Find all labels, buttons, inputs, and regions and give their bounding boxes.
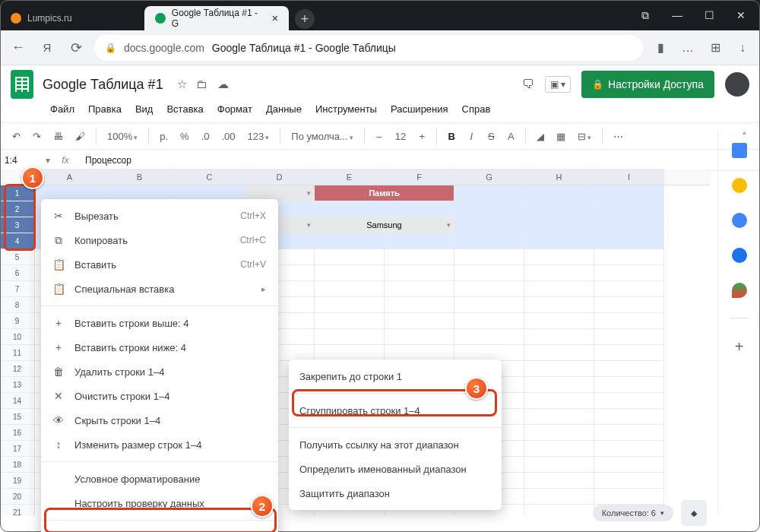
row-header[interactable]: 8 [0,297,35,313]
cell[interactable] [524,473,594,489]
row-header[interactable]: 2 [0,201,35,217]
keep-icon[interactable] [732,178,747,193]
borders-button[interactable]: ▦ [552,128,570,145]
menu-format[interactable]: Формат [211,100,258,118]
cell[interactable] [454,201,524,217]
cell[interactable] [594,249,664,265]
mi-conditional-format[interactable]: Условное форматирование [41,467,278,491]
col-I[interactable]: I [594,169,664,185]
new-tab-button[interactable]: + [295,9,315,29]
menu-tools[interactable]: Инструменты [309,100,383,118]
mi-get-link[interactable]: Получить ссылку на этот диапазон [289,432,502,457]
percent-button[interactable]: % [176,128,194,145]
cloud-icon[interactable]: ☁ [217,78,229,90]
tab-active[interactable]: Google Таблица #1 - G × [144,6,289,30]
cell[interactable] [385,233,454,249]
cell[interactable] [385,281,454,297]
cell[interactable] [524,441,594,457]
row-header[interactable]: 5 [0,249,35,265]
row-header[interactable]: 3 [0,217,35,233]
yandex-button[interactable]: Я [36,41,58,54]
cell[interactable] [524,313,594,329]
cell[interactable] [524,409,594,425]
cell[interactable] [454,345,524,361]
cell[interactable] [594,425,664,441]
cell[interactable] [594,313,664,329]
redo-button[interactable]: ↷ [28,128,46,145]
row-header[interactable]: 7 [0,281,35,297]
more-formats-button[interactable]: 123▾ [243,128,274,145]
cell[interactable] [524,457,594,473]
cell[interactable] [315,345,385,361]
cell[interactable] [594,201,664,217]
name-box[interactable]: 1:4 [0,155,46,166]
mi-cut[interactable]: ✂ВырезатьCtrl+X [41,204,278,228]
present-icon[interactable]: ▣ ▾ [545,76,571,93]
close-window-icon[interactable]: ✕ [736,9,746,22]
fx-input[interactable]: Процессор [81,155,136,166]
cell[interactable] [594,217,664,233]
share-button[interactable]: 🔒 Настройки Доступа [581,71,714,98]
cell[interactable] [594,441,664,457]
cell[interactable] [454,313,524,329]
print-button[interactable]: 🖶 [49,128,68,145]
tabs-icon[interactable]: ⧉ [640,9,651,22]
col-E[interactable]: E [315,169,385,185]
font-inc[interactable]: + [413,128,430,145]
cell[interactable] [524,345,594,361]
cell[interactable] [524,185,594,201]
col-F[interactable]: F [385,169,454,185]
cell[interactable] [315,297,385,313]
cell[interactable] [524,249,594,265]
cell[interactable] [594,297,664,313]
col-D[interactable]: D [245,169,315,185]
decrease-decimal-button[interactable]: .0 [197,128,214,145]
row-header[interactable]: 21 [0,505,35,515]
row-header[interactable]: 18 [0,457,35,473]
cell[interactable] [524,377,594,393]
col-A[interactable]: A [35,169,105,185]
cell[interactable] [315,233,385,249]
menu-extensions[interactable]: Расширения [385,100,454,118]
cell[interactable] [524,393,594,409]
menu-view[interactable]: Вид [129,100,160,118]
star-icon[interactable]: ☆ [177,78,187,90]
paint-format-button[interactable]: 🖌 [71,128,90,145]
cell[interactable] [454,329,524,345]
move-icon[interactable]: 🗀 [196,78,207,90]
row-header[interactable]: 16 [0,425,35,441]
cell[interactable] [385,329,454,345]
mi-insert-above[interactable]: +Вставить строки выше: 4 [41,311,278,335]
mi-protect[interactable]: Защитить диапазон [289,481,502,505]
menu-edit[interactable]: Правка [82,100,128,118]
cell[interactable] [454,281,524,297]
cell[interactable] [594,393,664,409]
cell[interactable] [594,409,664,425]
bookmark-icon[interactable]: ▮ [651,40,670,55]
cell[interactable] [594,265,664,281]
close-icon[interactable]: × [272,12,278,24]
mi-resize-rows[interactable]: ↕Изменить размер строк 1–4 [41,432,278,457]
sheets-logo-icon[interactable] [11,70,33,99]
zoom-select[interactable]: 100%▾ [103,128,142,145]
row-header[interactable]: 11 [0,345,35,361]
cell[interactable] [524,425,594,441]
toolbar-more-button[interactable]: ⋯ [609,128,628,145]
text-color-button[interactable]: A [502,128,519,145]
row-header[interactable]: 15 [0,409,35,425]
tasks-icon[interactable] [732,213,747,228]
mi-named-range[interactable]: Определить именованный диапазон [289,457,502,481]
cell[interactable] [594,473,664,489]
row-header[interactable]: 14 [0,393,35,409]
cell[interactable] [524,329,594,345]
avatar[interactable] [725,72,749,97]
cell[interactable] [594,281,664,297]
row-header[interactable]: 6 [0,265,35,281]
menu-data[interactable]: Данные [260,100,308,118]
row-header[interactable]: 13 [0,377,35,393]
cell[interactable] [594,457,664,473]
cell[interactable] [315,329,385,345]
row-header[interactable]: 4 [0,233,35,249]
cell[interactable] [454,297,524,313]
cell[interactable] [315,281,385,297]
